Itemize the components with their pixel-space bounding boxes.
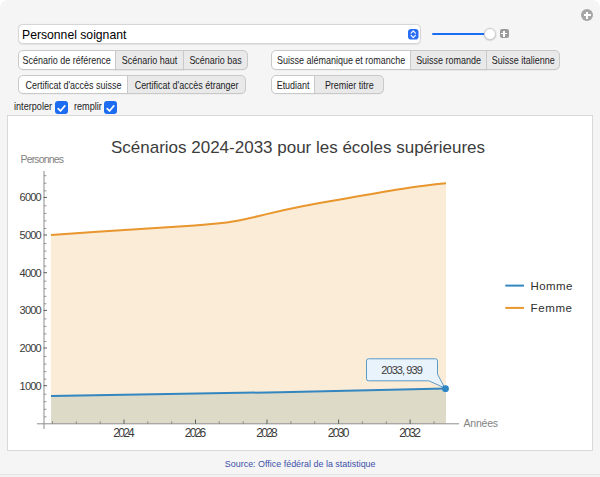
svg-text:Personnes: Personnes [21,153,65,165]
svg-text:2024: 2024 [113,426,135,440]
svg-text:Scénarios 2024-2033 pour les é: Scénarios 2024-2033 pour les écoles supé… [111,138,485,157]
svg-text:2030: 2030 [328,426,350,440]
svg-text:Années: Années [464,417,499,429]
svg-text:2032: 2032 [399,426,421,440]
svg-text:1000: 1000 [20,380,42,392]
svg-text:2000: 2000 [20,342,42,354]
svg-text:2026: 2026 [185,426,207,440]
svg-text:4000: 4000 [20,267,42,279]
svg-text:3000: 3000 [20,304,42,316]
svg-text:2033, 939: 2033, 939 [381,364,423,376]
svg-text:Homme: Homme [531,280,573,292]
svg-text:5000: 5000 [20,229,42,241]
svg-text:Femme: Femme [531,302,573,314]
svg-text:2028: 2028 [256,426,278,440]
svg-text:6000: 6000 [20,191,42,203]
